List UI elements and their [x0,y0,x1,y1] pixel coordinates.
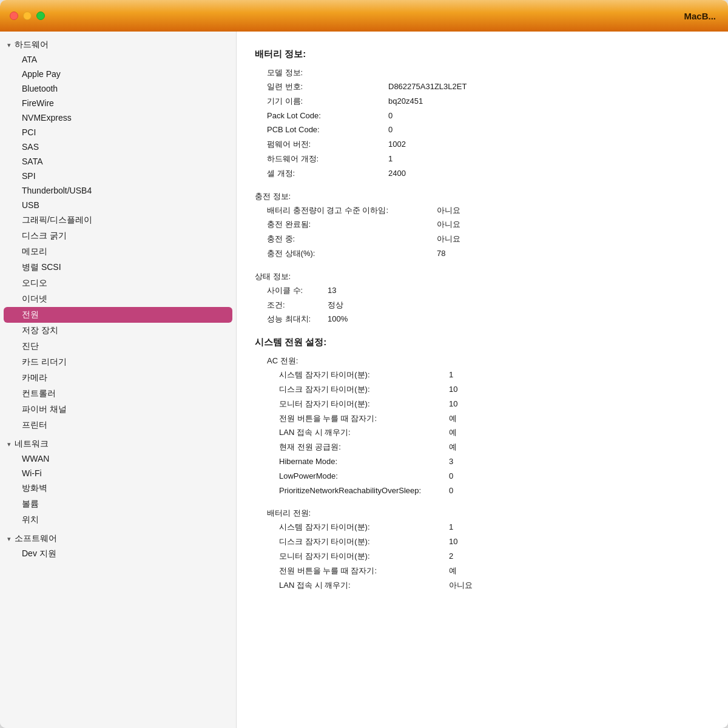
serial-row: 일련 번호: D862275A31ZL3L2ET [255,81,710,93]
low-power-label: LowPowerMode: [279,470,449,483]
ac-sleep-timer-value: 1 [449,369,485,382]
ac-power-btn-sleep-value: 예 [449,413,485,425]
sidebar-item-power[interactable]: 전원 [4,307,232,323]
hibernate-row: Hibernate Mode: 3 [255,456,710,468]
hardware-section-header[interactable]: ▾ 하드웨어 [0,38,236,52]
sidebar-item-scsi[interactable]: 병렬 SCSI [0,260,236,275]
system-power-title: 시스템 전원 설정: [255,337,710,348]
network-section-header[interactable]: ▾ 네트워크 [0,437,236,451]
bat-power-btn-sleep-label: 전원 버튼을 누를 때 잠자기: [279,565,449,578]
sidebar-item-audio[interactable]: 오디오 [0,275,236,291]
max-capacity-row: 성능 최대치: 100% [255,313,710,326]
ac-power-label: AC 전원: [255,356,710,366]
prioritize-label: PrioritizeNetworkReachabilityOverSleep: [279,485,449,497]
bat-lan-wake-row: LAN 접속 시 깨우기: 아니요 [255,579,710,592]
sidebar-item-ethernet[interactable]: 이더넷 [0,291,236,307]
device-name-row: 기기 이름: bq20z451 [255,95,710,108]
condition-label: 조건: [255,299,328,312]
ac-current-power-row: 현재 전원 공급원: 예 [255,441,710,454]
sidebar-item-diagnostic[interactable]: 진단 [0,339,236,354]
charge-warning-row: 배터리 충전량이 경고 수준 이하임: 아니요 [255,204,710,217]
sidebar-item-firewall[interactable]: 방화벽 [0,480,236,496]
cell-label: 셀 개정: [255,167,388,180]
main-window: MacB... ▾ 하드웨어 ATA Apple Pay Bluetooth F… [0,0,728,728]
sidebar-item-printer[interactable]: 프린터 [0,417,236,433]
sidebar-item-disk[interactable]: 디스크 굵기 [0,228,236,244]
sidebar-item-controller[interactable]: 컨트롤러 [0,386,236,402]
pack-lot-label: Pack Lot Code: [255,110,388,123]
ac-lan-wake-row: LAN 접속 시 깨우기: 예 [255,426,710,439]
bat-lan-wake-label: LAN 접속 시 깨우기: [279,579,449,592]
ac-power-section: AC 전원: 시스템 잠자기 타이머(분): 1 디스크 잠자기 타이머(분):… [255,356,710,497]
sidebar-item-spi[interactable]: SPI [0,169,236,183]
low-power-row: LowPowerMode: 0 [255,470,710,483]
cell-value: 2400 [388,167,406,180]
sidebar-item-memory[interactable]: 메모리 [0,244,236,260]
ac-monitor-sleep-row: 모니터 잠자기 타이머(분): 10 [255,398,710,411]
hibernate-label: Hibernate Mode: [279,456,449,468]
sidebar-item-sata[interactable]: SATA [0,154,236,169]
max-capacity-label: 성능 최대치: [255,313,328,326]
hardware-label: 하드웨어 개정: [255,153,388,166]
condition-value: 정상 [328,299,343,312]
network-header-label: 네트워크 [15,439,49,450]
software-section-header[interactable]: ▾ 소프트웨어 [0,531,236,546]
sidebar-item-camera[interactable]: 카메라 [0,370,236,386]
charge-complete-label: 충전 완료됨: [255,218,437,231]
max-capacity-value: 100% [328,313,348,326]
detail-panel: 배터리 정보: 모델 정보: 일련 번호: D862275A31ZL3L2ET … [237,32,728,728]
close-button[interactable] [10,12,18,20]
firmware-value: 1002 [388,138,406,151]
charge-section: 충전 정보: 배터리 충전량이 경고 수준 이하임: 아니요 충전 완료됨: 아… [255,191,710,260]
battery-power-label: 배터리 전원: [255,508,710,519]
sidebar-item-graphics[interactable]: 그래픽/디스플레이 [0,212,236,228]
sidebar-item-dev[interactable]: Dev 지원 [0,546,236,562]
sidebar-item-location[interactable]: 위치 [0,512,236,528]
sidebar-item-cardreader[interactable]: 카드 리더기 [0,354,236,370]
charge-complete-row: 충전 완료됨: 아니요 [255,218,710,231]
ac-current-power-label: 현재 전원 공급원: [279,441,449,454]
sidebar-item-storage[interactable]: 저장 장치 [0,323,236,339]
battery-power-section: 배터리 전원: 시스템 잠자기 타이머(분): 1 디스크 잠자기 타이머(분)… [255,508,710,592]
ac-current-power-value: 예 [449,441,485,454]
ac-lan-wake-label: LAN 접속 시 깨우기: [279,426,449,439]
ac-power-btn-sleep-label: 전원 버튼을 누를 때 잠자기: [279,413,449,425]
sidebar-item-ata[interactable]: ATA [0,52,236,67]
charge-percent-label: 충전 상태(%): [255,248,437,260]
bat-sleep-timer-value: 1 [449,521,485,534]
sidebar-item-nvmexpress[interactable]: NVMExpress [0,110,236,125]
condition-row: 조건: 정상 [255,299,710,312]
sidebar-item-thunderbolt[interactable]: Thunderbolt/USB4 [0,183,236,198]
cycle-value: 13 [328,285,336,297]
sidebar-item-usb[interactable]: USB [0,198,236,212]
sidebar-item-wifi[interactable]: Wi-Fi [0,466,236,480]
cycle-row: 사이클 수: 13 [255,285,710,297]
hibernate-value: 3 [449,456,485,468]
main-area: ▾ 하드웨어 ATA Apple Pay Bluetooth FireWire … [0,32,728,728]
maximize-button[interactable] [36,12,45,20]
charge-complete-value: 아니요 [437,218,460,231]
traffic-lights [10,12,45,20]
pcb-lot-label: PCB Lot Code: [255,124,388,136]
sidebar-item-firewire[interactable]: FireWire [0,96,236,110]
ac-monitor-sleep-value: 10 [449,398,485,411]
bat-disk-sleep-row: 디스크 잠자기 타이머(분): 10 [255,536,710,548]
sidebar-item-sas[interactable]: SAS [0,140,236,154]
prioritize-value: 0 [449,485,485,497]
charge-section-label: 충전 정보: [255,191,710,202]
bat-power-btn-sleep-row: 전원 버튼을 누를 때 잠자기: 예 [255,565,710,578]
sidebar-item-wwan[interactable]: WWAN [0,451,236,466]
ac-monitor-sleep-label: 모니터 잠자기 타이머(분): [279,398,449,411]
status-section: 상태 정보: 사이클 수: 13 조건: 정상 성능 최대치: 100% [255,271,710,326]
device-name-label: 기기 이름: [255,95,388,108]
sidebar-item-pci[interactable]: PCI [0,125,236,140]
sidebar-item-applepay[interactable]: Apple Pay [0,67,236,81]
sidebar-item-volume[interactable]: 볼륨 [0,496,236,512]
sidebar-item-fiberchannel[interactable]: 파이버 채널 [0,402,236,417]
charging-label: 충전 중: [255,233,437,246]
pcb-lot-row: PCB Lot Code: 0 [255,124,710,136]
minimize-button[interactable] [23,12,32,20]
bat-sleep-timer-label: 시스템 잠자기 타이머(분): [279,521,449,534]
hardware-header-label: 하드웨어 [15,39,49,50]
sidebar-item-bluetooth[interactable]: Bluetooth [0,81,236,96]
